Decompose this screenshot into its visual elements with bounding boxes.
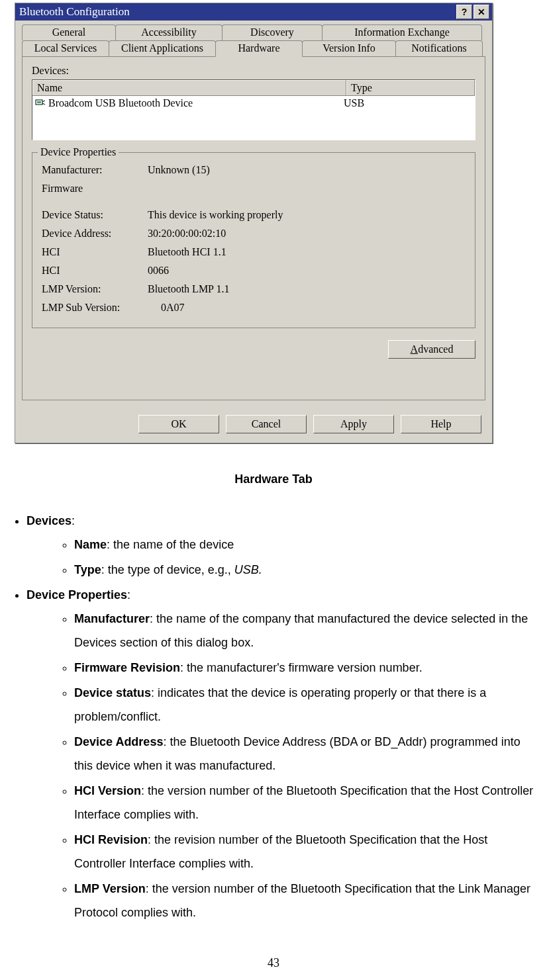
heading: Devices <box>26 514 72 527</box>
ok-button[interactable]: OK <box>138 415 219 433</box>
term: LMP Version <box>74 882 146 895</box>
term: Firmware Revision <box>74 661 180 674</box>
cancel-button[interactable]: Cancel <box>226 415 307 433</box>
device-type: USB <box>340 97 475 109</box>
tab-local-services[interactable]: Local Services <box>22 40 109 56</box>
figure-caption: Hardware Tab <box>5 472 542 486</box>
list-header: Name Type <box>32 80 475 96</box>
prop-val: Unknown (15) <box>148 162 210 178</box>
prop-val: Bluetooth HCI 1.1 <box>148 244 226 260</box>
device-icon <box>35 99 46 108</box>
device-name: Broadcom USB Bluetooth Device <box>48 97 193 109</box>
heading: Device Properties <box>26 588 127 601</box>
tab-general[interactable]: General <box>22 24 116 40</box>
tab-version-info[interactable]: Version Info <box>302 40 396 56</box>
help-icon[interactable]: ? <box>456 5 472 19</box>
tab-accessibility[interactable]: Accessibility <box>115 24 223 40</box>
advanced-button[interactable]: Advanced <box>388 340 475 359</box>
hardware-panel: Devices: Name Type Broadcom USB Bluetoot… <box>22 56 485 400</box>
text: : the type of device, e.g., <box>101 563 234 576</box>
tab-information-exchange[interactable]: Information Exchange <box>322 24 482 40</box>
col-type[interactable]: Type <box>346 80 475 95</box>
prop-key: Device Status: <box>42 207 148 223</box>
titlebar: Bluetooth Configuration ? ✕ <box>15 3 492 21</box>
term: Device Address <box>74 735 163 748</box>
bluetooth-config-dialog: Bluetooth Configuration ? ✕ General Acce… <box>15 3 493 443</box>
prop-key: LMP Version: <box>42 281 148 297</box>
prop-key: LMP Sub Version: <box>42 300 161 316</box>
text: : the version number of the Bluetooth Sp… <box>74 784 533 821</box>
term: Manufacturer <box>74 612 150 625</box>
prop-key: Firmware <box>42 181 148 197</box>
prop-key: Device Address: <box>42 226 148 242</box>
tab-notifications[interactable]: Notifications <box>395 40 483 56</box>
term: Name <box>74 538 107 551</box>
prop-key: Manufacturer: <box>42 162 148 178</box>
col-name[interactable]: Name <box>32 80 346 95</box>
prop-val: 0066 <box>148 263 169 279</box>
text: : the name of the device <box>107 538 234 551</box>
prop-val: This device is working properly <box>148 207 283 223</box>
text-italic: USB. <box>234 563 262 576</box>
group-legend: Device Properties <box>38 146 119 158</box>
tab-client-applications[interactable]: Client Applications <box>109 40 216 56</box>
help-button[interactable]: Help <box>401 415 481 433</box>
prop-val: 0A07 <box>161 300 185 316</box>
term: HCI Version <box>74 784 141 797</box>
list-item[interactable]: Broadcom USB Bluetooth Device USB <box>32 96 475 111</box>
close-icon[interactable]: ✕ <box>473 5 489 19</box>
document-text: Devices: Name: the name of the device Ty… <box>5 509 542 924</box>
prop-val: 30:20:00:00:02:10 <box>148 226 226 242</box>
page-number: 43 <box>5 956 542 970</box>
devices-label: Devices: <box>32 65 475 77</box>
apply-button[interactable]: Apply <box>313 415 394 433</box>
svg-rect-1 <box>37 101 41 103</box>
window-title: Bluetooth Configuration <box>19 5 130 19</box>
prop-val: Bluetooth LMP 1.1 <box>148 281 229 297</box>
term: Device status <box>74 686 151 699</box>
device-properties-group: Device Properties Manufacturer:Unknown (… <box>32 152 475 328</box>
prop-key: HCI <box>42 244 148 260</box>
term: HCI Revision <box>74 833 148 846</box>
devices-list[interactable]: Name Type Broadcom USB Bluetooth Device … <box>32 79 475 140</box>
text: : the manufacturer's firmware version nu… <box>180 661 423 674</box>
prop-key: HCI <box>42 263 148 279</box>
term: Type <box>74 563 101 576</box>
tab-discovery[interactable]: Discovery <box>222 24 323 40</box>
tab-hardware[interactable]: Hardware <box>215 40 303 57</box>
